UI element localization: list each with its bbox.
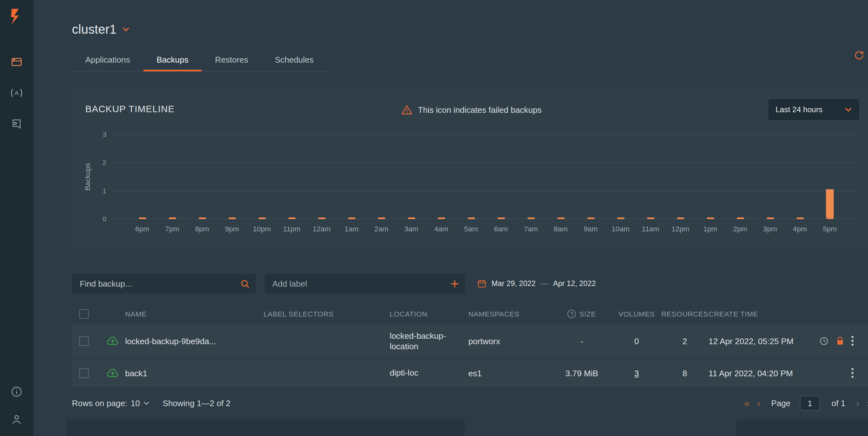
sidebar: A <box>0 0 33 436</box>
sidebar-bottom <box>10 385 23 429</box>
chart-baseline-tick <box>647 217 654 219</box>
filter-bar: Mar 29, 2022 — Apr 12, 2022 <box>72 274 868 293</box>
date-from: Mar 29, 2022 <box>492 279 536 288</box>
last-page-button[interactable]: » <box>867 398 868 408</box>
row-actions <box>808 368 858 378</box>
chart-x-label: 2pm <box>733 225 747 233</box>
search-input[interactable] <box>72 274 256 293</box>
refresh-icon <box>854 50 865 61</box>
prev-page-button[interactable]: ‹ <box>757 398 761 408</box>
rows-per-page-selector[interactable]: Rows on page: 10 <box>72 399 149 408</box>
chart-baseline-tick <box>737 217 744 219</box>
time-range-dropdown[interactable]: Last 24 hours <box>769 99 860 120</box>
warning-icon <box>401 104 412 115</box>
chart-column-11pm: 11pm <box>277 134 307 219</box>
chart-baseline-tick <box>587 217 594 219</box>
chart-baseline-tick <box>288 217 296 219</box>
chart-column-6am: 6am <box>486 134 516 219</box>
chart-bar <box>826 189 834 217</box>
chart-column-5am: 5am <box>456 134 486 219</box>
col-volumes: VOLUMES <box>618 309 655 318</box>
col-namespaces: NAMESPACES <box>468 309 551 318</box>
date-range-picker[interactable]: Mar 29, 2022 — Apr 12, 2022 <box>477 279 596 289</box>
chart-column-9pm: 9pm <box>217 134 247 219</box>
kebab-icon <box>851 368 854 378</box>
chart-baseline-tick <box>228 217 236 219</box>
page-number-input[interactable] <box>800 396 820 410</box>
tab-bar: Applications Backups Restores Schedules <box>72 49 868 71</box>
tab-backups[interactable]: Backups <box>144 49 202 71</box>
chart-x-label: 10am <box>612 225 629 233</box>
chart-column-3pm: 3pm <box>755 134 785 219</box>
chart-column-2pm: 2pm <box>725 134 755 219</box>
chart-x-label: 11pm <box>283 225 301 233</box>
page-label: Page <box>771 399 790 408</box>
chart-x-label: 3pm <box>763 225 777 233</box>
sidebar-item-backups[interactable] <box>10 55 23 69</box>
chart-x-label: 12am <box>313 225 331 233</box>
chart-x-label: 1pm <box>703 225 717 233</box>
sidebar-item-rules[interactable] <box>10 117 23 131</box>
first-page-button[interactable]: « <box>744 398 750 408</box>
table-row[interactable]: back1 dipti-loc es1 3.79 MiB 3 8 11 Apr … <box>72 359 868 387</box>
chart-x-label: 2am <box>375 225 389 233</box>
volumes-link[interactable]: 3 <box>634 368 639 378</box>
info-button[interactable] <box>10 385 23 399</box>
time-range-value: Last 24 hours <box>775 105 823 114</box>
chart-baseline-tick <box>677 217 684 219</box>
backup-size: - <box>581 336 583 346</box>
backup-name[interactable]: back1 <box>125 368 263 378</box>
chart-column-10am: 10am <box>606 134 636 219</box>
col-resources: RESOURCES <box>661 309 708 318</box>
backup-create-time: 11 Apr 2022, 04:20 PM <box>709 368 808 378</box>
row-checkbox[interactable] <box>79 368 89 378</box>
showing-count: Showing 1—2 of 2 <box>162 399 230 408</box>
table-row[interactable]: locked-backup-9be9da... locked-backup-lo… <box>72 324 868 357</box>
page-title: cluster1 <box>72 22 116 37</box>
col-size: ? SIZE <box>567 309 596 318</box>
add-label-input[interactable] <box>265 274 465 293</box>
search-icon[interactable] <box>240 279 250 289</box>
tab-restores[interactable]: Restores <box>202 49 262 71</box>
chart-y-tick: 2 <box>103 159 106 167</box>
cloud-upload-icon <box>106 335 119 346</box>
calendar-icon <box>477 279 487 289</box>
row-checkbox[interactable] <box>79 336 89 346</box>
refresh-button[interactable] <box>852 48 866 62</box>
portworx-logo[interactable] <box>7 7 27 27</box>
chart-column-4am: 4am <box>426 134 456 219</box>
chart-column-8pm: 8pm <box>187 134 217 219</box>
chart-x-label: 1am <box>345 225 359 233</box>
tab-schedules[interactable]: Schedules <box>262 49 327 71</box>
size-help-icon[interactable]: ? <box>567 309 576 318</box>
chart-baseline-tick <box>168 217 176 219</box>
backup-location: dipti-loc <box>390 368 468 378</box>
chart-baseline-tick <box>138 217 146 219</box>
bottom-strip-light <box>465 420 736 436</box>
chart-baseline-tick <box>767 217 774 219</box>
next-page-button[interactable]: › <box>856 398 860 408</box>
user-button[interactable] <box>10 413 23 426</box>
backup-name[interactable]: locked-backup-9be9da... <box>125 336 263 346</box>
chart-column-12am: 12am <box>307 134 337 219</box>
app-window: A cluster1 <box>0 0 868 436</box>
chart-baseline-tick <box>318 217 325 219</box>
backup-status-icon <box>99 367 125 378</box>
pagination: « ‹ Page of 1 › » <box>744 396 868 410</box>
tab-applications[interactable]: Applications <box>72 49 143 71</box>
plus-icon[interactable] <box>451 279 459 288</box>
chart-plot: 6pm7pm8pm9pm10pm11pm12am1am2am3am4am5am6… <box>113 134 859 219</box>
backup-status-icon <box>99 335 125 346</box>
col-location: LOCATION <box>390 309 468 318</box>
cluster-selector[interactable]: cluster1 <box>72 22 868 37</box>
select-all-checkbox[interactable] <box>79 309 89 318</box>
chevron-down-icon <box>144 401 149 405</box>
date-separator: — <box>540 279 548 288</box>
chart-x-label: 11am <box>642 225 659 233</box>
chart-x-label: 6am <box>494 225 508 233</box>
row-menu-button[interactable] <box>851 368 854 378</box>
chart-baseline-tick <box>557 217 564 219</box>
sidebar-item-activity[interactable]: A <box>10 87 23 100</box>
chart-baseline-tick <box>258 217 266 219</box>
row-menu-button[interactable] <box>851 336 854 346</box>
